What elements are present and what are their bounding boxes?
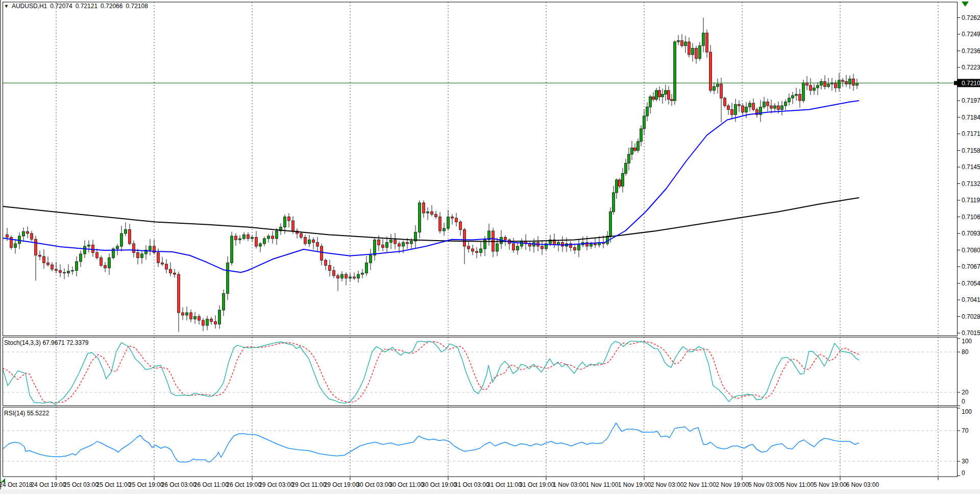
candle <box>655 90 658 100</box>
price-axis-label: 0.70280 <box>962 313 980 320</box>
candle <box>662 95 664 97</box>
rsi-scale-label: 0 <box>962 469 965 477</box>
candle <box>643 116 646 129</box>
stochastic-label: Stoch(14,3,3) 67.9671 72.3379 <box>4 339 89 346</box>
time-axis-label: 1 Nov 19:00 <box>618 481 651 488</box>
candle <box>361 273 364 275</box>
candle <box>742 106 744 112</box>
candle <box>468 246 470 249</box>
candle <box>386 243 388 248</box>
candle <box>774 106 776 108</box>
chart-canvas[interactable]: 0.726200.724900.723600.722300.719700.718… <box>0 0 980 494</box>
candle <box>345 274 348 278</box>
candle <box>767 102 769 106</box>
time-axis-label: 29 Oct 03:00 <box>259 481 294 488</box>
price-axis-label: 0.70150 <box>962 330 980 337</box>
candle <box>702 33 705 46</box>
candle <box>738 105 741 106</box>
candle <box>578 245 580 250</box>
candle <box>631 148 633 155</box>
candle <box>842 80 844 82</box>
price-axis-label: 0.70410 <box>962 296 980 303</box>
candle <box>378 240 380 245</box>
candle <box>22 231 25 236</box>
candle <box>84 246 86 254</box>
candle <box>706 33 708 53</box>
candle <box>390 240 393 243</box>
candle <box>402 243 405 247</box>
candle <box>695 49 698 59</box>
candle <box>235 236 237 240</box>
candle <box>810 85 812 90</box>
candle <box>190 313 192 319</box>
candle <box>27 231 29 233</box>
chart-title: ▼ AUDUSD,H1 0.72074 0.72121 0.72066 0.72… <box>4 3 148 10</box>
candle <box>357 274 360 278</box>
time-axis-label: 2 Nov 11:00 <box>683 481 716 488</box>
candle <box>625 163 627 174</box>
time-axis-label: 6 Nov 03:00 <box>846 481 879 488</box>
candle <box>517 246 519 250</box>
candle <box>688 42 691 55</box>
rsi-label: RSI(14) 55.5222 <box>4 410 49 417</box>
candle <box>431 212 433 215</box>
candle <box>178 274 180 313</box>
candle <box>451 217 454 219</box>
candle <box>202 320 205 325</box>
price-axis-label: 0.70670 <box>962 263 980 270</box>
candle <box>684 42 687 46</box>
candle <box>276 231 278 239</box>
candle <box>149 246 152 250</box>
ohlc-close: 0.72108 <box>126 3 148 10</box>
candle <box>88 245 90 247</box>
candle <box>71 271 74 271</box>
candle <box>337 276 339 278</box>
candle <box>165 264 168 269</box>
time-axis-label: 5 Nov 03:00 <box>748 481 781 488</box>
candle <box>423 203 425 213</box>
candle <box>652 97 655 100</box>
rsi-scale-label: 100 <box>962 408 972 415</box>
candle <box>817 85 819 88</box>
candle <box>39 255 41 257</box>
price-axis-label: 0.70800 <box>962 247 980 254</box>
candle <box>251 238 254 239</box>
price-axis-label: 0.71320 <box>962 180 980 187</box>
candle <box>120 233 123 246</box>
candle <box>198 317 201 321</box>
candle <box>341 274 344 278</box>
price-axis-label: 0.70930 <box>962 230 980 237</box>
time-axis[interactable]: 24 Oct 201824 Oct 19:0025 Oct 03:0025 Oc… <box>0 481 879 488</box>
candle <box>616 180 618 193</box>
candle <box>781 106 783 110</box>
window-left-edge <box>0 0 1 494</box>
candle <box>640 129 643 142</box>
candle <box>609 212 612 237</box>
candle <box>727 106 730 110</box>
candle <box>709 52 712 90</box>
candle <box>785 102 787 106</box>
ohlc-high: 0.72121 <box>76 3 97 10</box>
candle <box>795 95 798 96</box>
stoch-scale-label: 20 <box>962 389 969 396</box>
candle <box>574 248 576 250</box>
candle <box>206 319 209 326</box>
candle <box>827 84 830 87</box>
collapse-triangle-icon[interactable]: ▼ <box>4 4 9 9</box>
time-axis-label: 5 Nov 11:00 <box>781 481 814 488</box>
rsi-scale-label: 70 <box>962 427 969 434</box>
candle <box>374 240 376 255</box>
candle <box>802 83 805 101</box>
candle <box>770 106 773 108</box>
candle <box>813 88 816 90</box>
candle <box>480 249 482 253</box>
candle <box>382 245 384 248</box>
ohlc-open: 0.72074 <box>50 3 72 10</box>
price-axis-label: 0.71710 <box>962 130 980 137</box>
candle <box>649 97 652 107</box>
candle <box>210 319 213 322</box>
candle <box>321 246 323 261</box>
candle <box>717 84 719 87</box>
candle <box>116 246 119 249</box>
candle <box>231 236 233 263</box>
